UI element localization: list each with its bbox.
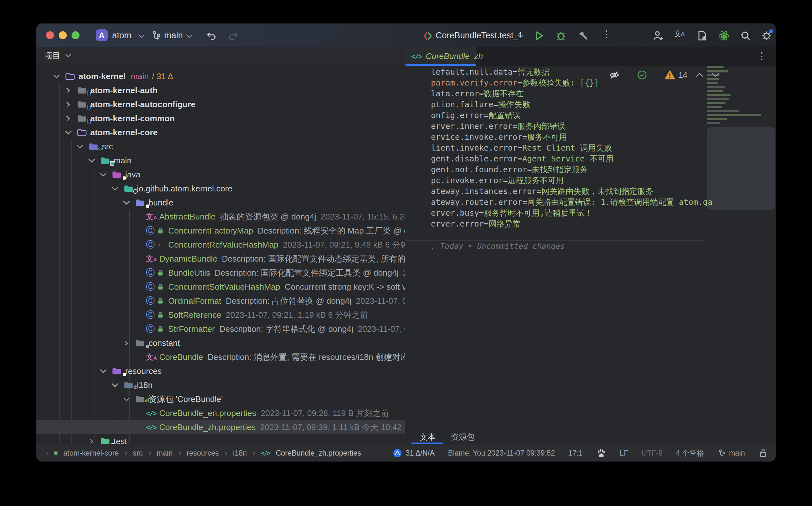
chevron-right-icon[interactable] xyxy=(65,116,77,120)
project-switcher[interactable]: atom xyxy=(112,31,131,40)
tree-row-corebundle[interactable]: 文ACoreBundleDescription: 消息外置, 需要在 resou… xyxy=(37,350,405,364)
chevron-down-icon[interactable] xyxy=(112,383,124,387)
tree-item-description: Description: 字符串格式化 @ dong4j xyxy=(219,324,353,335)
debug-button[interactable] xyxy=(555,30,567,41)
tree-row-atom-kernel-common[interactable]: atom-kernel-common xyxy=(37,111,405,125)
tree-row-constant[interactable]: constant xyxy=(37,336,405,350)
tree-row-corebundle_zh.properties[interactable]: </>CoreBundle_zh.properties2023-11-07, 0… xyxy=(37,420,405,434)
chevron-down-icon[interactable] xyxy=(100,369,112,373)
tree-row-atom-kernel-core[interactable]: atom-kernel-core xyxy=(37,125,405,140)
tree-row-test[interactable]: test xyxy=(37,434,405,444)
tree-row-resources[interactable]: resources xyxy=(37,364,405,378)
tree-row-atom-kernel-auth[interactable]: atom-kernel-auth xyxy=(37,83,405,97)
tree-row-concurrentrefvaluehashmap[interactable]: Ⓒ○ConcurrentRefValueHashMap2023-11-07, 0… xyxy=(37,238,405,252)
project-avatar[interactable]: A xyxy=(96,29,108,41)
tree-row-atom-kernel-autoconfigure[interactable]: atom-kernel-autoconfigure xyxy=(37,97,405,111)
run-configuration-selector[interactable]: CoreBundleTest.test_1 xyxy=(436,31,523,40)
close-window-button[interactable] xyxy=(46,31,54,39)
tree-row-main[interactable]: main xyxy=(37,154,405,168)
line-ending-widget[interactable]: LF xyxy=(620,449,628,457)
redo-icon[interactable] xyxy=(228,31,240,41)
zoom-window-button[interactable] xyxy=(72,31,79,39)
vcs-changes-widget[interactable]: 31 Δ/N/A xyxy=(393,448,435,457)
settings-gear-icon[interactable] xyxy=(761,30,772,41)
tab-options-icon[interactable]: ⋮ xyxy=(757,51,767,61)
code-vision-separator xyxy=(405,240,704,241)
tree-row-src[interactable]: </>src xyxy=(37,140,405,154)
no-errors-icon[interactable] xyxy=(636,70,648,80)
chevron-down-icon[interactable] xyxy=(100,172,112,177)
breadcrumb-item[interactable]: atom-kernel-core xyxy=(63,449,119,457)
breadcrumb-separator: › xyxy=(125,448,127,457)
more-actions-icon[interactable]: ⋮ xyxy=(602,29,611,39)
tree-row-io.github.atom.kernel.core[interactable]: io.github.atom.kernel.core xyxy=(37,181,405,195)
tab-text[interactable]: 文本 xyxy=(420,429,436,444)
chevron-down-icon[interactable] xyxy=(88,158,100,163)
breadcrumb-item[interactable]: i18n xyxy=(233,449,247,457)
minimap-viewport[interactable] xyxy=(707,127,774,209)
minimize-window-button[interactable] xyxy=(59,31,67,39)
chevron-down-icon[interactable] xyxy=(76,144,88,149)
baidu-paw-icon[interactable] xyxy=(596,448,606,458)
undo-icon[interactable] xyxy=(205,31,217,41)
chevron-right-icon[interactable] xyxy=(88,439,100,443)
tree-row-corebundle_en.properties[interactable]: </>CoreBundle_en.properties2023-11-07, 0… xyxy=(37,406,405,420)
build-hammer-icon[interactable] xyxy=(577,30,588,41)
caret-position[interactable]: 17:1 xyxy=(568,449,583,457)
tree-row-bundle[interactable]: bundle xyxy=(37,195,405,209)
tree-row--corebundle-[interactable]: 资源包 'CoreBundle' xyxy=(37,392,405,406)
unlock-icon[interactable] xyxy=(758,448,768,458)
tree-row-concurrentsoftvaluehashmap[interactable]: ⒸConcurrentSoftValueHashMapConcurrent st… xyxy=(37,280,405,294)
search-icon[interactable] xyxy=(740,30,751,41)
tree-row-dynamicbundle[interactable]: 文ADynamicBundleDescription: 国际化配置文件动态绑定基… xyxy=(37,252,405,266)
indent-widget[interactable]: 4 个空格 xyxy=(676,448,704,458)
tree-item-label: ConcurrentSoftValueHashMap xyxy=(168,282,280,292)
vcs-branch-widget[interactable]: main xyxy=(164,31,183,40)
breadcrumb-item[interactable]: resources xyxy=(187,449,219,457)
warning-icon[interactable] xyxy=(664,70,675,80)
tree-item-label: java xyxy=(125,170,141,180)
breadcrumb-item[interactable]: CoreBundle_zh.properties xyxy=(276,449,361,457)
chevron-down-icon[interactable] xyxy=(123,200,135,205)
minimap-line xyxy=(707,74,720,76)
navigate-back-icon[interactable]: › xyxy=(46,448,49,457)
chevron-down-icon[interactable] xyxy=(123,397,135,401)
code-minimap[interactable] xyxy=(707,66,771,126)
chevron-down-icon[interactable] xyxy=(112,186,124,191)
highlighting-off-icon[interactable] xyxy=(609,70,620,80)
tree-row-concurrentfactorymap[interactable]: ⒸConcurrentFactoryMapDescription: 线程安全的 … xyxy=(37,224,405,238)
branch-widget[interactable]: main xyxy=(718,448,745,457)
tab-resource-bundle[interactable]: 资源包 xyxy=(451,429,475,444)
translate-icon[interactable]: 文A xyxy=(674,29,685,39)
tree-row-softreference[interactable]: ⒸSoftReference2023-11-07, 09:21, 1.19 kB… xyxy=(37,308,405,322)
previous-warning-icon[interactable] xyxy=(696,72,703,78)
project-tree[interactable]: atom-kernelmain/ 31 Δatom-kernel-authato… xyxy=(37,63,405,444)
breadcrumb-item[interactable]: src xyxy=(133,449,143,457)
breadcrumb-item[interactable]: main xyxy=(157,449,173,457)
add-user-icon[interactable] xyxy=(652,30,664,41)
chevron-down-icon xyxy=(65,54,72,58)
blame-widget[interactable]: Blame: You 2023-11-07 09:39:52 xyxy=(448,449,555,457)
chevron-down-icon[interactable] xyxy=(65,130,77,135)
tree-row-strformatter[interactable]: ⒸStrFormatterDescription: 字符串格式化 @ dong4… xyxy=(37,322,405,336)
editor-tab-corebundle-zh[interactable]: </> CoreBundle_zh xyxy=(405,47,476,66)
project-panel-header[interactable]: 项目 xyxy=(37,47,405,63)
tree-row-java[interactable]: java xyxy=(37,168,405,181)
folder-module-icon xyxy=(77,114,90,122)
file-settings-icon[interactable] xyxy=(696,30,708,41)
encoding-widget[interactable]: UTF-8 xyxy=(642,449,663,457)
breadcrumb[interactable]: ›atom-kernel-core›src›main›resources›i18… xyxy=(46,444,361,461)
tree-row-bundleutils[interactable]: ⒸBundleUtilsDescription: 国际化配置文件绑定工具类 @ … xyxy=(37,266,405,280)
tree-row-i18n[interactable]: 文i18n xyxy=(37,378,405,392)
atom-plugin-icon[interactable] xyxy=(718,30,730,41)
chevron-right-icon[interactable] xyxy=(123,341,135,345)
run-button[interactable] xyxy=(533,30,545,41)
chevron-down-icon[interactable] xyxy=(53,74,65,79)
tree-item-meta: 2023-11-07, 09:2 xyxy=(358,324,405,334)
code-line[interactable]: erver.error=网络异常 xyxy=(431,219,775,229)
chevron-right-icon[interactable] xyxy=(65,88,77,92)
tree-row-ordinalformat[interactable]: ⒸOrdinalFormatDescription: 占位符替换 @ dong4… xyxy=(37,294,405,308)
chevron-right-icon[interactable] xyxy=(65,102,77,106)
tree-row-abstractbundle[interactable]: 文AAbstractBundle抽象的资源包类 @ dong4j2023-11-… xyxy=(37,209,405,224)
tree-row-atom-kernel[interactable]: atom-kernelmain/ 31 Δ xyxy=(37,69,405,83)
